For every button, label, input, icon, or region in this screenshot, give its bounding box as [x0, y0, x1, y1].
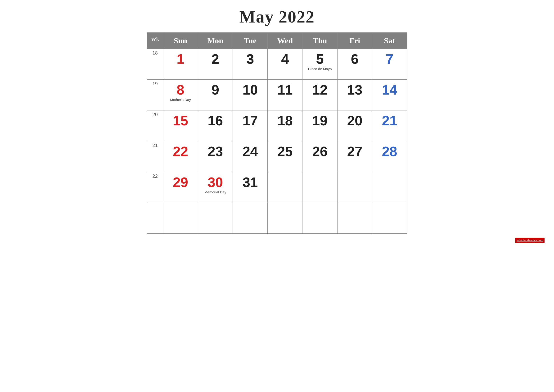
day-cell-16: 16 [198, 111, 233, 141]
day-number-30: 30 [199, 175, 232, 189]
day-cell-29: 29 [163, 172, 198, 203]
day-cell-24: 24 [233, 141, 268, 172]
day-number-8: 8 [164, 83, 197, 97]
page-title: May 2022 [239, 7, 315, 27]
week-row-3: 2015161718192021 [147, 111, 407, 141]
header-mon: Mon [198, 33, 233, 49]
day-cell-20: 20 [337, 111, 372, 141]
day-number-19: 19 [303, 114, 336, 127]
day-cell-5: 5Cinco de Mayo [303, 49, 337, 80]
day-number-16: 16 [199, 114, 232, 127]
day-cell-25: 25 [268, 141, 303, 172]
day-cell-8: 8Mother's Day [163, 80, 198, 111]
week-row-4: 2122232425262728 [147, 141, 407, 172]
day-number-21: 21 [373, 114, 406, 127]
day-cell-17: 17 [233, 111, 268, 141]
day-cell-19: 19 [303, 111, 337, 141]
day-cell-26: 26 [303, 141, 337, 172]
day-cell-14: 14 [372, 80, 407, 111]
day-number-10: 10 [234, 83, 266, 97]
day-number-23: 23 [199, 145, 232, 158]
day-number-5: 5 [303, 52, 336, 66]
day-cell- [268, 203, 303, 234]
wk-cell-2: 19 [147, 80, 163, 111]
day-cell-28: 28 [372, 141, 407, 172]
day-number-11: 11 [269, 83, 301, 97]
day-number-3: 3 [234, 52, 266, 66]
day-cell-13: 13 [337, 80, 372, 111]
day-cell- [163, 203, 198, 234]
watermark: wheniscalendars.com [515, 238, 545, 243]
week-row-2: 198Mother's Day91011121314 [147, 80, 407, 111]
day-number-4: 4 [269, 52, 301, 66]
day-number-15: 15 [164, 114, 197, 127]
day-cell-12: 12 [303, 80, 337, 111]
day-cell- [372, 203, 407, 234]
day-cell-22: 22 [163, 141, 198, 172]
day-number-24: 24 [234, 145, 266, 158]
day-cell-21: 21 [372, 111, 407, 141]
day-cell-11: 11 [268, 80, 303, 111]
day-cell-10: 10 [233, 80, 268, 111]
week-row-5: 222930Memorial Day31 [147, 172, 407, 203]
day-number-31: 31 [234, 175, 266, 189]
day-cell-6: 6 [337, 49, 372, 80]
day-cell- [198, 203, 233, 234]
day-cell- [303, 203, 337, 234]
day-cell-23: 23 [198, 141, 233, 172]
day-number-18: 18 [269, 114, 301, 127]
header-sat: Sat [372, 33, 407, 49]
wk-header: Wk [147, 33, 163, 49]
day-cell-4: 4 [268, 49, 303, 80]
week-row-6 [147, 203, 407, 234]
holiday-label-5: Cinco de Mayo [303, 67, 336, 71]
wk-cell-1: 18 [147, 49, 163, 80]
day-number-7: 7 [373, 52, 406, 66]
header-fri: Fri [337, 33, 372, 49]
header-wed: Wed [268, 33, 303, 49]
day-cell- [337, 172, 372, 203]
day-number-2: 2 [199, 52, 232, 66]
header-tue: Tue [233, 33, 268, 49]
day-number-27: 27 [339, 145, 371, 158]
wk-cell-5: 22 [147, 172, 163, 203]
wk-cell-6 [147, 203, 163, 234]
week-row-1: 1812345Cinco de Mayo67 [147, 49, 407, 80]
day-cell-2: 2 [198, 49, 233, 80]
wk-cell-3: 20 [147, 111, 163, 141]
day-number-22: 22 [164, 145, 197, 158]
day-cell-27: 27 [337, 141, 372, 172]
calendar-table: Wk Sun Mon Tue Wed Thu Fri Sat 1812345Ci… [147, 33, 407, 234]
header-thu: Thu [303, 33, 337, 49]
day-number-29: 29 [164, 175, 197, 189]
day-number-1: 1 [164, 52, 197, 66]
day-cell- [372, 172, 407, 203]
day-cell- [337, 203, 372, 234]
holiday-label-8: Mother's Day [164, 98, 197, 102]
day-cell-30: 30Memorial Day [198, 172, 233, 203]
day-cell- [233, 203, 268, 234]
header-sun: Sun [163, 33, 198, 49]
day-cell- [303, 172, 337, 203]
day-number-13: 13 [339, 83, 371, 97]
day-number-26: 26 [303, 145, 336, 158]
holiday-label-30: Memorial Day [199, 190, 232, 194]
header-row: Wk Sun Mon Tue Wed Thu Fri Sat [147, 33, 407, 49]
day-number-6: 6 [339, 52, 371, 66]
day-number-20: 20 [339, 114, 371, 127]
day-number-9: 9 [199, 83, 232, 97]
day-number-14: 14 [373, 83, 406, 97]
day-number-28: 28 [373, 145, 406, 158]
day-cell-1: 1 [163, 49, 198, 80]
wk-cell-4: 21 [147, 141, 163, 172]
day-number-12: 12 [303, 83, 336, 97]
day-number-17: 17 [234, 114, 266, 127]
day-cell-31: 31 [233, 172, 268, 203]
day-cell-15: 15 [163, 111, 198, 141]
day-cell-7: 7 [372, 49, 407, 80]
day-cell-3: 3 [233, 49, 268, 80]
day-cell-9: 9 [198, 80, 233, 111]
day-number-25: 25 [269, 145, 301, 158]
day-cell- [268, 172, 303, 203]
day-cell-18: 18 [268, 111, 303, 141]
